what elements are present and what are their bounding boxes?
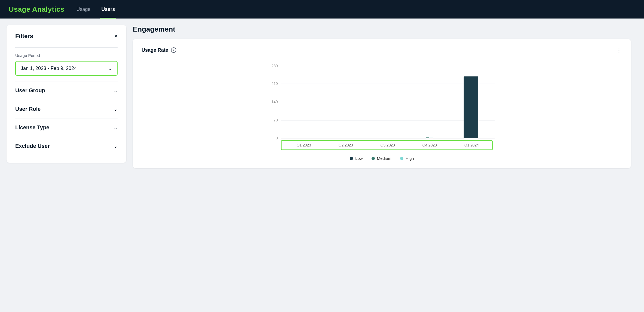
filter-row-exclude-user[interactable]: Exclude User ⌄ xyxy=(15,137,118,155)
chart-card: Usage Rate i ⋮ xyxy=(133,39,631,168)
date-range-value: Jan 1, 2023 - Feb 9, 2024 xyxy=(21,66,77,71)
svg-text:Q2 2023: Q2 2023 xyxy=(339,143,353,147)
chevron-down-icon-user-role: ⌄ xyxy=(114,106,118,112)
filters-header: Filters × xyxy=(15,33,118,40)
svg-text:Q1 2024: Q1 2024 xyxy=(464,143,479,147)
legend-dot-high xyxy=(400,157,403,160)
legend-dot-medium xyxy=(372,157,375,160)
filter-label-user-role: User Role xyxy=(15,106,41,112)
filters-title: Filters xyxy=(15,33,33,40)
close-filters-button[interactable]: × xyxy=(114,33,118,39)
date-range-dropdown[interactable]: Jan 1, 2023 - Feb 9, 2024 ⌄ xyxy=(15,61,118,76)
main-content: Filters × Usage Period Jan 1, 2023 - Feb… xyxy=(0,19,644,312)
chevron-down-icon-user-group: ⌄ xyxy=(114,88,118,94)
filters-panel: Filters × Usage Period Jan 1, 2023 - Feb… xyxy=(7,25,126,163)
filter-label-user-group: User Group xyxy=(15,87,45,94)
chevron-down-icon: ⌄ xyxy=(108,65,112,71)
svg-text:Q4 2023: Q4 2023 xyxy=(422,143,437,147)
chevron-down-icon-license-type: ⌄ xyxy=(114,125,118,131)
chart-header: Usage Rate i ⋮ xyxy=(142,47,622,54)
legend-label-low: Low xyxy=(355,156,363,161)
nav-tabs: Usage Users xyxy=(75,0,116,19)
svg-text:Q1 2023: Q1 2023 xyxy=(297,143,311,147)
chart-title-area: Usage Rate i xyxy=(142,47,176,53)
right-panel: Engagement Usage Rate i ⋮ xyxy=(126,25,637,305)
tab-usage[interactable]: Usage xyxy=(75,0,91,19)
svg-text:70: 70 xyxy=(274,118,278,122)
filter-label-license-type: License Type xyxy=(15,124,49,131)
app-title: Usage Analytics xyxy=(9,5,64,14)
bar-q4-2023-high xyxy=(430,138,433,138)
chart-area: 0 70 140 210 280 Q1 2023 Q2 2023 Q3 2023 xyxy=(142,60,622,153)
chart-legend: Low Medium High xyxy=(142,156,622,161)
svg-text:210: 210 xyxy=(271,81,278,86)
top-navigation: Usage Analytics Usage Users xyxy=(0,0,644,19)
legend-label-high: High xyxy=(406,156,414,161)
tab-users[interactable]: Users xyxy=(100,0,116,19)
engagement-title: Engagement xyxy=(133,25,631,33)
usage-period-label: Usage Period xyxy=(15,53,118,58)
chart-title: Usage Rate xyxy=(142,47,168,53)
bar-q4-2023-medium xyxy=(426,137,430,138)
chevron-down-icon-exclude-user: ⌄ xyxy=(114,143,118,149)
filter-rows: User Group ⌄ User Role ⌄ License Type ⌄ … xyxy=(15,81,118,155)
filter-row-user-role[interactable]: User Role ⌄ xyxy=(15,100,118,118)
svg-text:140: 140 xyxy=(271,100,278,104)
legend-item-high: High xyxy=(400,156,414,161)
legend-dot-low xyxy=(350,157,353,160)
legend-item-medium: Medium xyxy=(372,156,391,161)
filter-row-user-group[interactable]: User Group ⌄ xyxy=(15,81,118,100)
filter-label-exclude-user: Exclude User xyxy=(15,143,50,149)
filter-row-license-type[interactable]: License Type ⌄ xyxy=(15,118,118,137)
legend-label-medium: Medium xyxy=(377,156,391,161)
svg-text:280: 280 xyxy=(271,64,278,68)
legend-item-low: Low xyxy=(350,156,363,161)
usage-period-section: Usage Period Jan 1, 2023 - Feb 9, 2024 ⌄ xyxy=(15,47,118,81)
usage-rate-chart: 0 70 140 210 280 Q1 2023 Q2 2023 Q3 2023 xyxy=(142,60,622,153)
more-options-icon[interactable]: ⋮ xyxy=(616,47,622,54)
svg-text:0: 0 xyxy=(276,136,278,140)
svg-text:Q3 2023: Q3 2023 xyxy=(381,143,395,147)
bar-q1-2024-low xyxy=(464,77,478,138)
info-icon[interactable]: i xyxy=(171,47,176,53)
